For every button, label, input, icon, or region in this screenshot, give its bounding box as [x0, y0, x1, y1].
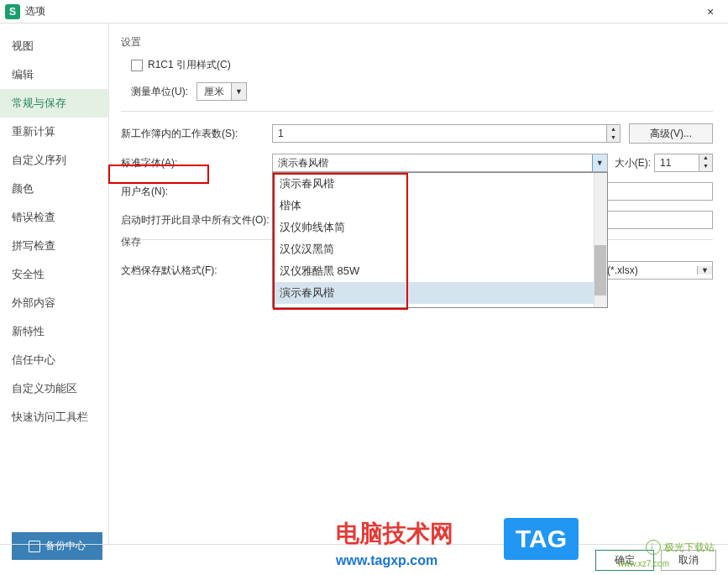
- scrollbar-thumb[interactable]: [594, 245, 606, 295]
- font-option[interactable]: 楷体: [273, 195, 607, 217]
- watermark2: 极光下载站: [646, 540, 715, 555]
- font-option[interactable]: 汉仪帅线体简: [273, 217, 607, 238]
- font-option[interactable]: 汉仪汉黑简: [273, 238, 607, 260]
- sidebar-item-customize-ribbon[interactable]: 自定义功能区: [0, 374, 108, 403]
- sidebar-item-error-check[interactable]: 错误检查: [0, 203, 108, 232]
- sidebar-item-color[interactable]: 颜色: [0, 175, 108, 203]
- save-format-label: 文档保存默认格式(F):: [121, 264, 272, 278]
- watermark-url: www.tagxp.com: [336, 553, 437, 568]
- username-label: 用户名(N):: [121, 185, 272, 199]
- sidebar-item-trust-center[interactable]: 信任中心: [0, 346, 108, 374]
- sidebar-item-custom-list[interactable]: 自定义序列: [0, 146, 108, 175]
- tag-badge: TAG: [504, 518, 579, 560]
- close-icon[interactable]: ×: [698, 5, 723, 18]
- titlebar: S 选项 ×: [0, 0, 728, 24]
- size-label: 大小(E):: [615, 156, 651, 170]
- font-option[interactable]: 汉仪雅酷黑 85W: [273, 260, 607, 282]
- sidebar-item-general-save[interactable]: 常规与保存: [0, 89, 108, 118]
- font-dropdown-list[interactable]: 演示春风楷 楷体 汉仪帅线体简 汉仪汉黑简 汉仪雅酷黑 85W 演示春风楷 站酷…: [273, 173, 607, 307]
- save-format-value: 件(*.xlsx): [592, 264, 697, 278]
- dropdown-arrow-icon[interactable]: ▼: [697, 266, 712, 274]
- sidebar-item-security[interactable]: 安全性: [0, 260, 108, 289]
- watermark-text: 电脑技术网: [336, 518, 453, 550]
- dropdown-arrow-icon[interactable]: ▼: [231, 83, 246, 100]
- sidebar-item-new-features[interactable]: 新特性: [0, 317, 108, 346]
- measure-value: 厘米: [197, 85, 231, 99]
- font-option[interactable]: 演示春风楷: [273, 173, 607, 195]
- measure-label: 测量单位(U):: [131, 85, 188, 99]
- sidebar-item-recalc[interactable]: 重新计算: [0, 118, 108, 146]
- sheets-value: 1: [273, 125, 606, 142]
- sheets-spinner[interactable]: ▲▼: [606, 125, 620, 142]
- chevron-down-icon[interactable]: ▼: [592, 154, 607, 171]
- font-dropdown[interactable]: 演示春风楷 ▼ 演示春风楷 楷体 汉仪帅线体简 汉仪汉黑简 汉仪雅酷黑 85W …: [272, 154, 608, 172]
- font-dropdown-panel: 演示春风楷 楷体 汉仪帅线体简 汉仪汉黑简 汉仪雅酷黑 85W 演示春风楷 站酷…: [272, 172, 608, 308]
- r1c1-checkbox[interactable]: [131, 60, 143, 71]
- sidebar-item-edit[interactable]: 编辑: [0, 60, 108, 89]
- font-option-highlighted[interactable]: 演示春风楷: [273, 282, 607, 304]
- size-input[interactable]: 11 ▲▼: [654, 154, 713, 172]
- advanced-button[interactable]: 高级(V)...: [629, 123, 713, 144]
- app-icon: S: [5, 4, 20, 19]
- section-settings: 设置: [121, 35, 713, 50]
- window-title: 选项: [25, 4, 698, 18]
- size-spinner[interactable]: ▲▼: [699, 154, 712, 171]
- main: 视图 编辑 常规与保存 重新计算 自定义序列 颜色 错误检查 拼写检查 安全性 …: [0, 24, 728, 544]
- sidebar-item-external[interactable]: 外部内容: [0, 289, 108, 317]
- divider: [121, 111, 713, 112]
- font-label: 标准字体(A):: [121, 156, 272, 170]
- sidebar-item-quick-access[interactable]: 快速访问工具栏: [0, 403, 108, 431]
- scrollbar[interactable]: [594, 173, 607, 307]
- content: 设置 R1C1 引用样式(C) 测量单位(U): 厘米 ▼ 新工作簿内的工作表数…: [109, 24, 728, 544]
- watermark2-url: www.xz7.com: [618, 559, 669, 568]
- measure-select[interactable]: 厘米 ▼: [196, 82, 247, 101]
- sheets-input[interactable]: 1 ▲▼: [272, 124, 621, 143]
- download-icon: [646, 540, 661, 555]
- font-value: 演示春风楷: [273, 154, 592, 171]
- open-dir-label: 启动时打开此目录中所有文件(O):: [121, 213, 272, 227]
- sidebar-item-view[interactable]: 视图: [0, 32, 108, 60]
- font-option[interactable]: 站酷小薇LOGO体: [273, 304, 607, 307]
- save-format-select[interactable]: 件(*.xlsx) ▼: [591, 261, 713, 280]
- sidebar: 视图 编辑 常规与保存 重新计算 自定义序列 颜色 错误检查 拼写检查 安全性 …: [0, 24, 109, 544]
- sheets-label: 新工作簿内的工作表数(S):: [121, 127, 272, 141]
- r1c1-label: R1C1 引用样式(C): [148, 58, 231, 72]
- size-value: 11: [655, 154, 699, 171]
- sidebar-item-spell-check[interactable]: 拼写检查: [0, 232, 108, 260]
